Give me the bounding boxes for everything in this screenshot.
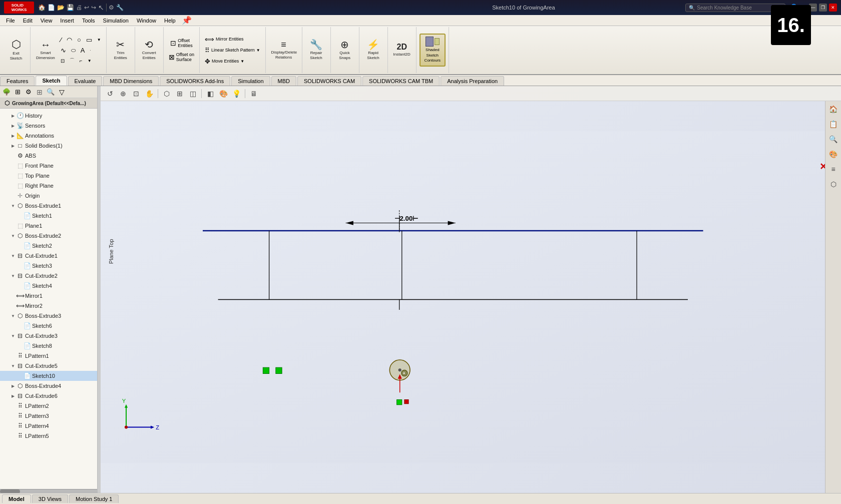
ellipse-button[interactable]: ⬭	[69, 46, 78, 55]
tree-item-right-plane[interactable]: ⬚ Right Plane	[0, 181, 97, 191]
property-manager-icon[interactable]: ⊞	[13, 88, 22, 97]
sketch-chamfer[interactable]: ⌐	[78, 56, 85, 65]
line-button[interactable]: ∕	[59, 35, 64, 45]
open-icon[interactable]: 📂	[57, 4, 65, 11]
tab-mbd-dimensions[interactable]: MBD Dimensions	[103, 76, 159, 86]
tree-item-history[interactable]: ▶ 🕐 History	[0, 111, 97, 121]
tree-item-boss-extrude4[interactable]: ▶ ⬡ Boss-Extrude4	[0, 381, 97, 391]
redo-icon[interactable]: ↪	[91, 4, 96, 11]
tree-item-top-plane[interactable]: ⬚ Top Plane	[0, 171, 97, 181]
menu-edit[interactable]: Edit	[19, 17, 37, 25]
mirror-entities-button[interactable]: ⟺ Mirror Entities	[203, 35, 262, 44]
tree-item-mirror2[interactable]: ⟺ Mirror2	[0, 301, 97, 311]
bottom-tab-motion[interactable]: Motion Study 1	[69, 494, 119, 503]
tree-item-cut-extrude6[interactable]: ▶ ⊟ Cut-Extrude6	[0, 391, 97, 401]
tree-item-lpattern1[interactable]: ⠿ LPattern1	[0, 351, 97, 361]
view-settings-icon[interactable]: 🖥	[248, 88, 259, 99]
search-panel-icon[interactable]: 🔍	[46, 88, 55, 97]
tree-item-cut-extrude5[interactable]: ▼ ⊟ Cut-Extrude5	[0, 361, 97, 371]
right-color-icon[interactable]: 🎨	[827, 148, 839, 160]
tree-item-cut-extrude1[interactable]: ▼ ⊟ Cut-Extrude1	[0, 251, 97, 261]
tab-solidworks-cam[interactable]: SOLIDWORKS CAM	[297, 76, 361, 86]
tab-cam-tbm[interactable]: SOLIDWORKS CAM TBM	[362, 76, 440, 86]
smart-dimension-button[interactable]: ↔ SmartDimension	[34, 38, 58, 62]
new-icon[interactable]: 📄	[48, 4, 55, 11]
tab-features[interactable]: Features	[0, 76, 35, 86]
tree-item-plane1[interactable]: ⬚ Plane1	[0, 221, 97, 231]
tree-item-mirror1[interactable]: ⟺ Mirror1	[0, 291, 97, 301]
text-button[interactable]: A	[79, 46, 87, 55]
tree-item-sketch3[interactable]: 📄 Sketch3	[0, 261, 97, 271]
right-3d-icon[interactable]: ⬡	[827, 178, 839, 190]
menu-tools[interactable]: Tools	[78, 17, 99, 25]
sketch-fillet[interactable]: ⌒	[68, 56, 77, 65]
scene-icon[interactable]: 🎨	[218, 88, 229, 99]
tree-item-lpattern3[interactable]: ⠿ LPattern3	[0, 411, 97, 421]
tree-item-solid-bodies[interactable]: ▶ □ Solid Bodies(1)	[0, 141, 97, 151]
rect-button[interactable]: ▭	[84, 35, 94, 45]
repair-sketch-button[interactable]: 🔧 RepairSketch	[305, 38, 327, 62]
tree-item-front-plane[interactable]: ⬚ Front Plane	[0, 161, 97, 171]
select-icon[interactable]: ↖	[98, 4, 104, 12]
circle-button[interactable]: ○	[75, 35, 83, 45]
offset-surface-button[interactable]: ⊠ Offset onSurface	[167, 51, 196, 63]
tree-item-sketch1[interactable]: 📄 Sketch1	[0, 211, 97, 221]
menu-help[interactable]: Help	[160, 17, 180, 25]
pin-icon[interactable]: 📌	[182, 16, 192, 25]
tree-item-sketch4[interactable]: 📄 Sketch4	[0, 281, 97, 291]
config-manager-icon[interactable]: ⚙	[24, 88, 33, 97]
convert-entities-button[interactable]: ⟲ ConvertEntities	[138, 38, 160, 62]
instant2d-button[interactable]: 2D Instant2D	[391, 42, 413, 59]
more-tools[interactable]: ▼	[86, 56, 94, 65]
print-icon[interactable]: 🖨	[76, 4, 82, 11]
scrollbar-thumb[interactable]	[0, 489, 20, 493]
tree-item-lpattern2[interactable]: ⠿ LPattern2	[0, 401, 97, 411]
tree-item-boss-extrude3[interactable]: ▼ ⬡ Boss-Extrude3	[0, 311, 97, 321]
filter-triangle-icon[interactable]: ▽	[59, 88, 65, 96]
bottom-tab-model[interactable]: Model	[2, 494, 31, 503]
linear-pattern-button[interactable]: ⠿ Linear Sketch Pattern ▼	[203, 46, 262, 55]
maximize-button[interactable]: ❐	[819, 4, 827, 12]
zoom-fit-icon[interactable]: ⊡	[131, 88, 142, 99]
right-home-icon[interactable]: 🏠	[827, 103, 839, 115]
move-entities-button[interactable]: ✥ Move Entities ▼	[203, 57, 262, 66]
menu-simulation[interactable]: Simulation	[99, 17, 133, 25]
tree-item-sketch10[interactable]: 📄 Sketch10	[0, 371, 97, 381]
tree-item-sketch8[interactable]: 📄 Sketch8	[0, 341, 97, 351]
quick-snaps-button[interactable]: ⊕ QuickSnaps	[334, 38, 356, 62]
tree-item-cut-extrude2[interactable]: ▼ ⊟ Cut-Extrude2	[0, 271, 97, 281]
view-selector-icon[interactable]: ⊞	[174, 88, 185, 99]
tree-root[interactable]: ⬡ GrowingArea (Default<<Defa...)	[0, 98, 97, 109]
viewport[interactable]: ↺ ⊕ ⊡ ✋ ⬡ ⊞ ◫ ◧ 🎨 💡 🖥	[101, 86, 841, 493]
tree-item-cut-extrude3[interactable]: ▼ ⊟ Cut-Extrude3	[0, 331, 97, 341]
tree-item-boss-extrude2[interactable]: ▼ ⬡ Boss-Extrude2	[0, 231, 97, 241]
right-lines-icon[interactable]: ≡	[827, 163, 839, 175]
tab-analysis-prep[interactable]: Analysis Preparation	[441, 76, 504, 86]
horizontal-scrollbar[interactable]	[0, 489, 97, 493]
dropdown-btn[interactable]: ▼	[95, 35, 103, 45]
trim-entities-button[interactable]: ✂ TrimEntities	[110, 38, 132, 62]
feature-tree-icon[interactable]: 🌳	[2, 88, 11, 97]
close-button[interactable]: ✕	[829, 4, 837, 12]
menu-insert[interactable]: Insert	[56, 17, 78, 25]
tab-simulation[interactable]: Simulation	[231, 76, 270, 86]
menu-window[interactable]: Window	[133, 17, 160, 25]
tree-item-sketch6[interactable]: 📄 Sketch6	[0, 321, 97, 331]
section-view-icon[interactable]: ◫	[187, 88, 198, 99]
settings-icon[interactable]: 🔧	[116, 4, 124, 11]
standard-views-icon[interactable]: ⬡	[161, 88, 172, 99]
tree-item-annotations[interactable]: ▶ 📐 Annotations	[0, 131, 97, 141]
home-icon[interactable]: 🏠	[38, 4, 46, 11]
bottom-tab-3dviews[interactable]: 3D Views	[32, 494, 68, 503]
rotate-view-icon[interactable]: ↺	[105, 88, 116, 99]
right-search-icon[interactable]: 🔍	[827, 133, 839, 145]
tab-mbd[interactable]: MBD	[271, 76, 296, 86]
tree-item-sketch2[interactable]: 📄 Sketch2	[0, 241, 97, 251]
options-icon[interactable]: ⚙	[109, 4, 114, 11]
undo-icon[interactable]: ↩	[84, 4, 89, 11]
arc-button[interactable]: ◠	[65, 35, 74, 45]
tree-item-lpattern4[interactable]: ⠿ LPattern4	[0, 421, 97, 431]
right-list-icon[interactable]: 📋	[827, 118, 839, 130]
tree-item-origin[interactable]: ✛ Origin	[0, 191, 97, 201]
zoom-area-icon[interactable]: ⊕	[118, 88, 129, 99]
